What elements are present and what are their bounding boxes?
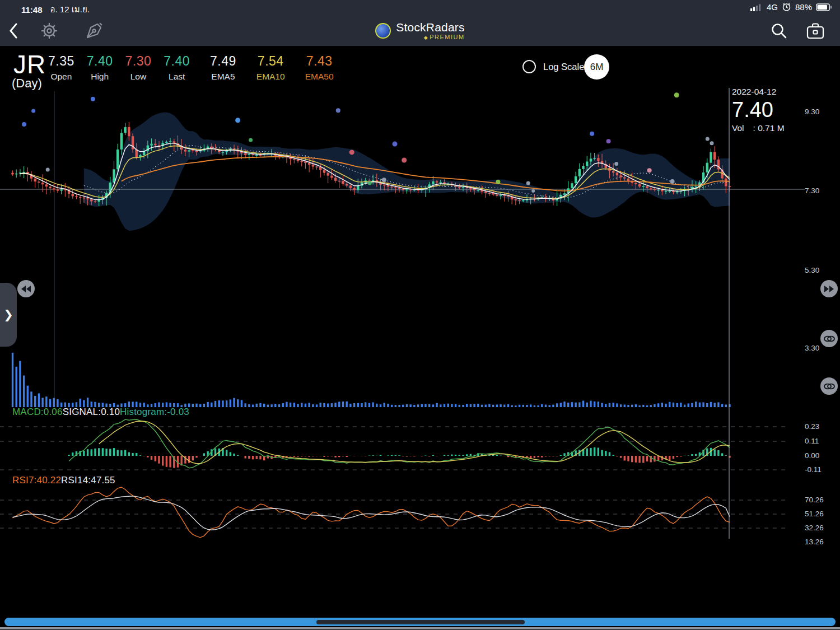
compare-loop-button-2[interactable] [820, 377, 838, 395]
alarm-clock-icon [782, 2, 791, 12]
quote-fields: 7.35Open7.40High7.30Low7.40Last7.49EMA57… [48, 54, 334, 82]
macd-value-segment: Histogram:-0.03 [120, 407, 189, 417]
quote-value-ema50: 7.43 [305, 54, 334, 69]
macd-value-segment: MACD:0.06 [12, 407, 63, 417]
crosshair-date: 2022-04-12 [732, 87, 785, 96]
quote-value-ema10: 7.54 [256, 54, 285, 69]
volume-label: Vol [732, 124, 744, 133]
search-button[interactable] [766, 16, 792, 46]
premium-label: PREMIUM [430, 34, 464, 40]
search-icon [770, 22, 788, 40]
battery-icon [816, 3, 832, 11]
rsi-value-segment: RSI7:40.22 [12, 475, 61, 486]
stock-symbol: JR [13, 49, 46, 80]
macd-value-segment: SIGNAL:0.10 [63, 407, 120, 417]
quote-label-ema5: EMA5 [210, 72, 236, 82]
quote-label-last: Last [164, 72, 190, 82]
rsi-axis-tick: 32.26 [805, 524, 824, 532]
macd-values-row: MACD:0.06SIGNAL:0.10Histogram:-0.03 [12, 407, 189, 418]
rsi-axis-tick: 51.26 [805, 510, 824, 518]
quote-value-ema5: 7.49 [210, 54, 236, 69]
quote-value-high: 7.40 [87, 54, 113, 69]
battery-percent: 88% [795, 2, 812, 12]
chart-canvas[interactable] [0, 0, 840, 630]
crosshair-price: 7.40 [732, 99, 785, 120]
screen-bottom-edge [0, 627, 840, 629]
rsi-axis-tick: 70.26 [805, 496, 824, 504]
rsi7-line [13, 487, 730, 538]
status-right: 4G 88% [750, 2, 832, 12]
quote-field-low: 7.30Low [125, 54, 152, 82]
quote-label-high: High [87, 72, 113, 82]
rsi-pane [0, 487, 785, 538]
loop-icon [823, 334, 836, 343]
quote-field-last: 7.40Last [164, 54, 190, 82]
log-scale-label: Log Scale [543, 62, 584, 72]
log-scale-radio[interactable] [522, 60, 536, 73]
portfolio-button[interactable] [802, 16, 829, 46]
app-screen: 11:48 อ. 12 เม.ย. 4G 88% [0, 0, 840, 630]
crosshair-volume: Vol : 0.71 M [732, 124, 785, 133]
cellular-signal-icon [750, 3, 763, 11]
scroll-right-button[interactable] [820, 280, 838, 297]
macd-axis-tick: 0.11 [805, 437, 819, 445]
rsi-axis-tick: 13.26 [805, 538, 824, 546]
price-axis-tick: 3.30 [805, 344, 819, 352]
quote-field-ema5: 7.49EMA5 [210, 54, 236, 82]
fast-forward-icon [824, 286, 834, 292]
app-logo: StockRadars ◆PREMIUM [0, 16, 840, 46]
briefcase-icon [805, 21, 825, 40]
rsi-values-row: RSI7:40.22RSI14:47.55 [12, 475, 115, 486]
log-scale-toggle[interactable]: Log Scale [522, 60, 584, 73]
quote-field-ema50: 7.43EMA50 [305, 54, 334, 82]
quote-label-low: Low [125, 72, 152, 82]
rsi-value-segment: RSI14:47.55 [61, 475, 115, 486]
status-left: 11:48 อ. 12 เม.ย. [21, 3, 90, 16]
status-date: อ. 12 เม.ย. [50, 3, 90, 16]
range-selector-button[interactable]: 6M [584, 54, 609, 80]
macd-pane [0, 419, 785, 470]
quote-value-last: 7.40 [164, 54, 190, 69]
timeline-scrollbar[interactable] [4, 618, 836, 626]
scroll-left-button[interactable] [17, 280, 35, 297]
bollinger-band [84, 113, 730, 231]
price-axis-tick: 5.30 [805, 266, 819, 274]
home-indicator[interactable] [316, 620, 525, 624]
loop-icon [823, 382, 836, 391]
status-time: 11:48 [21, 5, 43, 15]
diamond-icon: ◆ [424, 35, 428, 40]
price-axis-tick: 9.30 [805, 108, 819, 116]
timeframe-label: (Day) [12, 76, 42, 91]
drawer-handle[interactable]: ❯ [0, 283, 17, 347]
rsi14-line [13, 496, 730, 530]
macd-axis-tick: 0.23 [805, 422, 819, 431]
quote-field-high: 7.40High [87, 54, 113, 82]
network-type: 4G [767, 2, 778, 12]
crosshair-info: 2022-04-12 7.40 Vol : 0.71 M [732, 87, 785, 132]
macd-axis-tick: -0.11 [805, 465, 822, 474]
quote-field-ema10: 7.54EMA10 [256, 54, 285, 82]
volume-bars [12, 353, 731, 407]
price-axis-tick: 7.30 [805, 186, 819, 195]
quote-label-open: Open [48, 72, 74, 82]
quote-value-open: 7.35 [48, 54, 74, 69]
quote-field-open: 7.35Open [48, 54, 74, 82]
macd-axis-tick: 0.00 [805, 451, 819, 460]
compare-loop-button-1[interactable] [820, 330, 838, 347]
status-bar: 11:48 อ. 12 เม.ย. 4G 88% [0, 0, 840, 16]
quote-label-ema50: EMA50 [305, 72, 334, 82]
chevron-right-icon: ❯ [3, 308, 13, 321]
premium-badge: ◆PREMIUM [424, 34, 465, 40]
stockradars-globe-icon [375, 23, 391, 39]
quote-label-ema10: EMA10 [256, 72, 285, 82]
volume-value: : 0.71 M [753, 124, 785, 133]
app-name: StockRadars [396, 21, 464, 33]
rewind-icon [21, 286, 31, 292]
quote-value-low: 7.30 [125, 54, 152, 69]
nav-bar: StockRadars ◆PREMIUM [0, 16, 840, 46]
